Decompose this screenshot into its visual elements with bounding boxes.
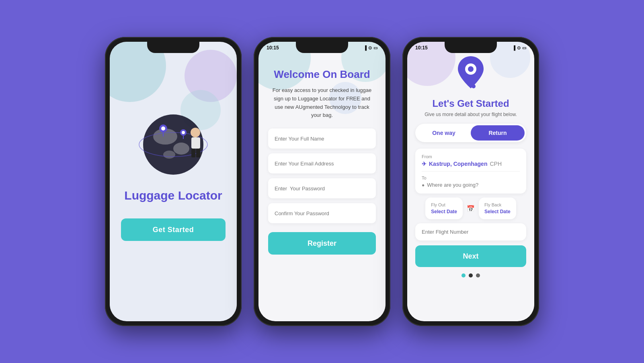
fly-back-label: Fly Back <box>484 202 511 207</box>
flight-number-input[interactable] <box>415 223 526 241</box>
notch <box>147 42 199 53</box>
flight-subtitle: Give us more detail about your flight be… <box>425 112 517 117</box>
fly-back-card: Fly Back Select Date <box>479 198 516 219</box>
welcome-title: Welcome On Board <box>274 68 370 81</box>
fly-out-card: Fly Out Select Date <box>425 198 463 219</box>
dates-row: Fly Out Select Date 📅 Fly Back Select Da… <box>425 198 516 219</box>
trip-toggle: One way Return <box>415 124 526 142</box>
welcome-highlight: On Board <box>322 68 370 80</box>
wifi-icon: ⊙ <box>368 45 372 51</box>
lets-get-title: Let's Get Started <box>432 98 509 109</box>
airport-code: CPH <box>490 161 502 167</box>
fly-out-label: Fly Out <box>431 202 457 207</box>
full-name-input[interactable] <box>268 128 376 149</box>
app-title: Luggage Locator <box>124 189 222 202</box>
pagination-dots <box>461 273 480 277</box>
signal-icon: ▐ <box>363 45 367 50</box>
one-way-button[interactable]: One way <box>417 125 471 141</box>
to-label: To <box>422 175 520 180</box>
notch <box>445 42 497 53</box>
svg-point-11 <box>191 128 200 137</box>
from-city: Kastrup, Copenhagen <box>429 161 487 167</box>
status-time: 10:15 <box>267 45 279 51</box>
fly-out-value[interactable]: Select Date <box>431 209 457 214</box>
battery-icon: ▭ <box>522 45 526 51</box>
location-pin-icon <box>457 56 485 94</box>
svg-point-2 <box>173 143 189 155</box>
wifi-icon: ⊙ <box>517 45 521 51</box>
svg-rect-14 <box>196 149 200 157</box>
destination-input[interactable] <box>427 182 520 188</box>
fly-back-value[interactable]: Select Date <box>484 209 511 214</box>
email-input[interactable] <box>268 153 376 173</box>
notch <box>296 42 348 53</box>
calendar-icon: 📅 <box>467 198 475 219</box>
svg-point-16 <box>468 66 474 72</box>
return-button[interactable]: Return <box>471 125 525 141</box>
password-input[interactable] <box>268 178 376 198</box>
svg-rect-12 <box>191 137 200 149</box>
from-to-card: From ✈ Kastrup, Copenhagen CPH To ● <box>415 149 526 194</box>
svg-point-17 <box>472 84 476 88</box>
app-title-highlight: Locator <box>178 189 222 202</box>
status-icons: ▐ ⊙ ▭ <box>512 45 526 51</box>
phone-splash: 10:15 ▐ ⊙ ▭ <box>105 37 242 326</box>
from-label: From <box>422 154 520 159</box>
from-value: ✈ Kastrup, Copenhagen CPH <box>422 161 520 167</box>
airplane-icon: ✈ <box>422 161 427 167</box>
dot-1 <box>461 273 466 277</box>
phones-container: 10:15 ▐ ⊙ ▭ <box>105 37 539 326</box>
battery-icon: ▭ <box>373 45 377 51</box>
status-time: 10:15 <box>415 45 428 51</box>
phone-register: 10:15 ▐ ⊙ ▭ Welcome On Board For easy ac… <box>254 37 390 326</box>
divider <box>422 171 520 171</box>
welcome-subtitle: For easy access to your checked in lugga… <box>268 86 376 120</box>
dot-2 <box>469 273 473 277</box>
signal-icon: ▐ <box>512 45 515 50</box>
svg-point-9 <box>182 131 185 134</box>
dot-3 <box>476 273 480 277</box>
globe-illustration <box>133 96 213 177</box>
svg-rect-13 <box>191 149 195 157</box>
status-icons: ▐ ⊙ ▭ <box>363 45 377 51</box>
svg-point-3 <box>163 151 175 159</box>
svg-point-6 <box>161 126 165 131</box>
register-button[interactable]: Register <box>268 232 376 255</box>
next-button[interactable]: Next <box>415 245 526 267</box>
confirm-password-input[interactable] <box>268 203 376 223</box>
get-started-button[interactable]: Get Started <box>121 218 226 241</box>
phone-flight: 10:15 ▐ ⊙ ▭ <box>402 37 539 326</box>
location-dot-icon: ● <box>422 182 425 188</box>
